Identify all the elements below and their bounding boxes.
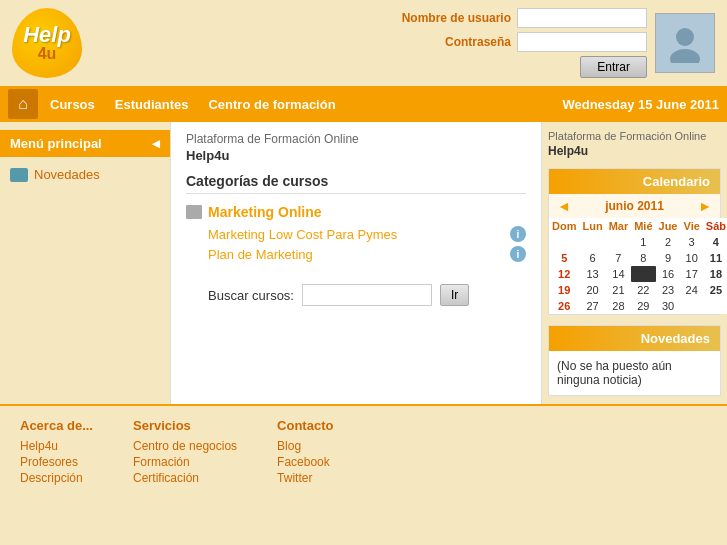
cal-week-1: 5 6 7 8 9 10 11 bbox=[549, 250, 727, 266]
logo-area: Help 4u bbox=[12, 8, 82, 78]
cal-week-0: 1 2 3 4 bbox=[549, 234, 727, 250]
footer-link-centro-negocios[interactable]: Centro de negocios bbox=[133, 439, 237, 453]
cal-cell-today: 15 bbox=[631, 266, 655, 282]
footer-link-blog[interactable]: Blog bbox=[277, 439, 333, 453]
calendar-body: 1 2 3 4 5 6 7 8 9 10 11 bbox=[549, 234, 727, 314]
cal-cell: 27 bbox=[579, 298, 605, 314]
col-vie: Vie bbox=[681, 218, 703, 234]
cal-cell: 30 bbox=[656, 298, 681, 314]
footer-col-about-heading: Acerca de... bbox=[20, 418, 93, 433]
footer-link-profesores[interactable]: Profesores bbox=[20, 455, 93, 469]
username-label: Nombre de usuario bbox=[402, 11, 511, 25]
cal-cell: 20 bbox=[579, 282, 605, 298]
col-lun: Lun bbox=[579, 218, 605, 234]
cal-cell-weekend: 5 bbox=[549, 250, 579, 266]
nav-centro[interactable]: Centro de formación bbox=[208, 97, 335, 112]
nav-home-button[interactable]: ⌂ bbox=[8, 89, 38, 119]
category-name[interactable]: Marketing Online bbox=[208, 204, 322, 220]
footer-col-contact: Contacto Blog Facebook Twitter bbox=[277, 418, 333, 487]
cal-cell: 13 bbox=[579, 266, 605, 282]
nav-cursos[interactable]: Cursos bbox=[50, 97, 95, 112]
cal-cell-weekend: 26 bbox=[549, 298, 579, 314]
course-item-1: Plan de Marketing i bbox=[186, 244, 526, 264]
cal-cell: 17 bbox=[681, 266, 703, 282]
calendar-next-button[interactable]: ► bbox=[698, 198, 712, 214]
sidebar-item-novedades[interactable]: Novedades bbox=[0, 161, 170, 188]
cal-cell: 28 bbox=[606, 298, 632, 314]
sidebar-toggle-icon[interactable]: ◀ bbox=[152, 138, 160, 149]
login-btn-container: Entrar bbox=[580, 56, 647, 78]
search-label: Buscar cursos: bbox=[208, 288, 294, 303]
col-jue: Jue bbox=[656, 218, 681, 234]
sidebar-novedades-label: Novedades bbox=[34, 167, 100, 182]
username-row: Nombre de usuario bbox=[402, 8, 647, 28]
cal-week-3: 19 20 21 22 23 24 25 bbox=[549, 282, 727, 298]
navbar: ⌂ Cursos Estudiantes Centro de formación… bbox=[0, 86, 727, 122]
calendar-nav: ◄ junio 2011 ► bbox=[549, 194, 720, 218]
footer-link-help4u[interactable]: Help4u bbox=[20, 439, 93, 453]
login-fields: Nombre de usuario Contraseña bbox=[402, 8, 647, 52]
password-row: Contraseña bbox=[445, 32, 647, 52]
sidebar-menu-header: Menú principal ◀ bbox=[0, 130, 170, 157]
footer-col-about: Acerca de... Help4u Profesores Descripci… bbox=[20, 418, 93, 487]
footer-link-formacion[interactable]: Formación bbox=[133, 455, 237, 469]
cal-cell-weekend: 12 bbox=[549, 266, 579, 282]
right-breadcrumb-bold: Help4u bbox=[548, 144, 721, 158]
calendar-header-row: Dom Lun Mar Mié Jue Vie Sáb bbox=[549, 218, 727, 234]
cal-cell-weekend: 25 bbox=[703, 282, 727, 298]
cal-cell bbox=[681, 298, 703, 314]
cal-cell-weekend: 18 bbox=[703, 266, 727, 282]
content-area: Plataforma de Formación Online Help4u Ca… bbox=[170, 122, 542, 404]
novedades-content: (No se ha puesto aún ninguna noticia) bbox=[549, 351, 720, 395]
cal-cell: 14 bbox=[606, 266, 632, 282]
footer-link-descripcion[interactable]: Descripción bbox=[20, 471, 93, 485]
info-icon-0[interactable]: i bbox=[510, 226, 526, 242]
cal-cell bbox=[703, 298, 727, 314]
footer-link-certificacion[interactable]: Certificación bbox=[133, 471, 237, 485]
footer-link-twitter[interactable]: Twitter bbox=[277, 471, 333, 485]
cal-cell bbox=[549, 234, 579, 250]
breadcrumb: Plataforma de Formación Online bbox=[186, 132, 526, 146]
novedades-header-bar: Novedades bbox=[549, 326, 720, 351]
cal-cell: 29 bbox=[631, 298, 655, 314]
header: Help 4u Nombre de usuario Contraseña Ent… bbox=[0, 0, 727, 86]
course-link-1[interactable]: Plan de Marketing bbox=[208, 247, 313, 262]
col-mar: Mar bbox=[606, 218, 632, 234]
course-item-0: Marketing Low Cost Para Pymes i bbox=[186, 224, 526, 244]
info-icon-1[interactable]: i bbox=[510, 246, 526, 262]
avatar-icon bbox=[665, 23, 705, 63]
col-mie: Mié bbox=[631, 218, 655, 234]
footer: Acerca de... Help4u Profesores Descripci… bbox=[0, 404, 727, 499]
login-area: Nombre de usuario Contraseña Entrar bbox=[402, 8, 715, 78]
cal-cell: 3 bbox=[681, 234, 703, 250]
calendar-table: Dom Lun Mar Mié Jue Vie Sáb 1 bbox=[549, 218, 727, 314]
footer-link-facebook[interactable]: Facebook bbox=[277, 455, 333, 469]
cal-cell: 24 bbox=[681, 282, 703, 298]
cal-cell: 22 bbox=[631, 282, 655, 298]
cal-week-4: 26 27 28 29 30 bbox=[549, 298, 727, 314]
svg-point-0 bbox=[676, 28, 694, 46]
search-input[interactable] bbox=[302, 284, 432, 306]
login-button[interactable]: Entrar bbox=[580, 56, 647, 78]
cal-cell-weekend: 11 bbox=[703, 250, 727, 266]
cal-cell bbox=[606, 234, 632, 250]
password-input[interactable] bbox=[517, 32, 647, 52]
search-button[interactable]: Ir bbox=[440, 284, 469, 306]
nav-estudiantes[interactable]: Estudiantes bbox=[115, 97, 189, 112]
course-link-0[interactable]: Marketing Low Cost Para Pymes bbox=[208, 227, 397, 242]
username-input[interactable] bbox=[517, 8, 647, 28]
sidebar-menu-label: Menú principal bbox=[10, 136, 102, 151]
logo[interactable]: Help 4u bbox=[12, 8, 82, 78]
cal-cell: 8 bbox=[631, 250, 655, 266]
cal-cell-weekend: 4 bbox=[703, 234, 727, 250]
cal-cell: 9 bbox=[656, 250, 681, 266]
footer-col-services: Servicios Centro de negocios Formación C… bbox=[133, 418, 237, 487]
calendar-widget: Calendario ◄ junio 2011 ► Dom Lun Mar Mi… bbox=[548, 168, 721, 315]
novedades-widget: Novedades (No se ha puesto aún ninguna n… bbox=[548, 325, 721, 396]
calendar-prev-button[interactable]: ◄ bbox=[557, 198, 571, 214]
cal-cell: 10 bbox=[681, 250, 703, 266]
categories-title: Categorías de cursos bbox=[186, 173, 526, 194]
footer-col-services-heading: Servicios bbox=[133, 418, 237, 433]
cal-cell-weekend: 19 bbox=[549, 282, 579, 298]
cal-cell: 1 bbox=[631, 234, 655, 250]
